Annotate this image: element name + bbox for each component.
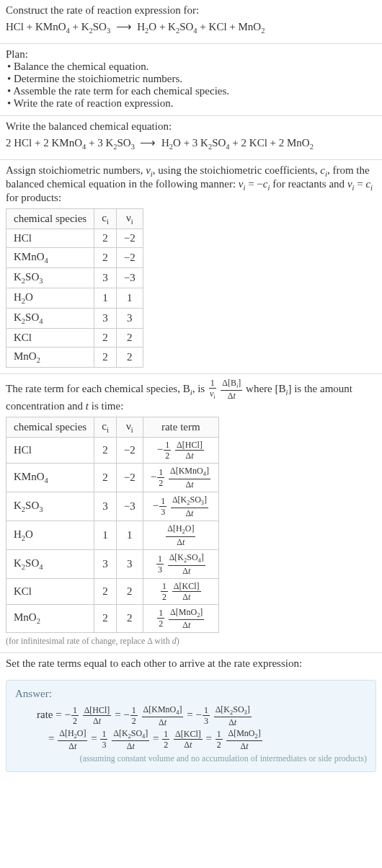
nu-cell: −2 xyxy=(116,247,143,267)
title-section: Construct the rate of reaction expressio… xyxy=(0,0,382,44)
assign-heading: Assign stoichiometric numbers, νi, using… xyxy=(6,164,376,204)
nu-cell: −3 xyxy=(116,267,143,288)
plan-bullet-text: Assemble the rate term for each chemical… xyxy=(13,85,229,97)
species-cell: HCl xyxy=(6,229,94,247)
c-cell: 2 xyxy=(94,464,117,492)
plan-bullet: • Determine the stoichiometric numbers. xyxy=(6,73,376,85)
c-cell: 2 xyxy=(94,578,117,604)
table-row: KCl2212 Δ[KCl]Δt xyxy=(6,578,219,604)
c-cell: 3 xyxy=(94,549,117,578)
species-cell: KCl xyxy=(6,328,94,347)
table-row: K2SO43313 Δ[K2SO4]Δt xyxy=(6,549,219,578)
balanced-equation: 2 HCl + 2 KMnO4 + 3 K2SO3 ⟶ H2O + 3 K2SO… xyxy=(6,134,376,154)
species-cell: H2O xyxy=(6,288,94,308)
table-row: H2O11 xyxy=(6,288,143,308)
rate-cell: −12 Δ[HCl]Δt xyxy=(143,438,218,464)
table-row: K2SO33−3 xyxy=(6,267,143,288)
species-cell: K2SO4 xyxy=(6,308,94,328)
final-heading: Set the rate terms equal to each other t… xyxy=(6,657,376,670)
rate-cell: Δ[H2O]Δt xyxy=(143,521,218,549)
nu-cell: 2 xyxy=(116,604,143,633)
c-cell: 3 xyxy=(94,492,117,521)
balanced-section: Write the balanced chemical equation: 2 … xyxy=(0,116,382,160)
species-cell: K2SO3 xyxy=(6,492,94,521)
c-cell: 2 xyxy=(94,604,117,633)
plan-bullet: • Balance the chemical equation. xyxy=(6,61,376,73)
answer-box: Answer: rate = −12 Δ[HCl]Δt = −12 Δ[KMnO… xyxy=(6,680,376,772)
c-cell: 2 xyxy=(94,438,117,464)
plan-section: Plan: • Balance the chemical equation. •… xyxy=(0,44,382,116)
page-title: Construct the rate of reaction expressio… xyxy=(6,4,376,17)
rate-expression-line2: = Δ[H2O]Δt = 13 Δ[K2SO4]Δt = 12 Δ[KCl]Δt… xyxy=(15,727,367,750)
table-header: νi xyxy=(116,417,143,438)
species-cell: KMnO4 xyxy=(6,247,94,267)
table-header-row: chemical species ci νi rate term xyxy=(6,417,219,438)
final-section: Set the rate terms equal to each other t… xyxy=(0,653,382,676)
assign-section: Assign stoichiometric numbers, νi, using… xyxy=(0,160,382,374)
species-cell: MnO2 xyxy=(6,604,94,633)
rateterm-section: The rate term for each chemical species,… xyxy=(0,374,382,654)
unbalanced-equation: HCl + KMnO4 + K2SO3 ⟶ H2O + K2SO4 + KCl … xyxy=(6,18,376,37)
c-cell: 1 xyxy=(94,288,117,308)
rate-cell: −12 Δ[KMnO4]Δt xyxy=(143,464,218,492)
species-cell: HCl xyxy=(6,438,94,464)
table-header: νi xyxy=(116,208,143,229)
table-row: HCl2−2−12 Δ[HCl]Δt xyxy=(6,438,219,464)
species-cell: H2O xyxy=(6,521,94,549)
table-row: HCl2−2 xyxy=(6,229,143,247)
stoich-table: chemical species ci νi HCl2−2KMnO42−2K2S… xyxy=(6,208,143,368)
table-header-row: chemical species ci νi xyxy=(6,208,143,229)
nu-cell: −3 xyxy=(116,492,143,521)
c-cell: 2 xyxy=(94,229,117,247)
species-cell: KCl xyxy=(6,578,94,604)
plan-bullet-text: Write the rate of reaction expression. xyxy=(14,97,174,109)
table-row: K2SO433 xyxy=(6,308,143,328)
rateterm-intro: The rate term for each chemical species,… xyxy=(6,378,376,413)
balanced-heading: Write the balanced chemical equation: xyxy=(6,120,376,133)
table-header: rate term xyxy=(143,417,218,438)
plan-bullet-text: Determine the stoichiometric numbers. xyxy=(14,73,182,84)
nu-cell: 2 xyxy=(116,578,143,604)
nu-cell: 3 xyxy=(116,549,143,578)
nu-cell: −2 xyxy=(116,464,143,492)
table-row: KMnO42−2−12 Δ[KMnO4]Δt xyxy=(6,464,219,492)
c-cell: 2 xyxy=(94,247,117,267)
nu-cell: 3 xyxy=(116,308,143,328)
c-cell: 2 xyxy=(94,328,117,347)
table-row: MnO22212 Δ[MnO2]Δt xyxy=(6,604,219,633)
plan-heading: Plan: xyxy=(6,48,376,61)
nu-cell: 1 xyxy=(116,288,143,308)
table-row: KCl22 xyxy=(6,328,143,347)
c-cell: 3 xyxy=(94,267,117,288)
rate-expression-line1: rate = −12 Δ[HCl]Δt = −12 Δ[KMnO4]Δt = −… xyxy=(15,703,367,727)
assumption-note: (assuming constant volume and no accumul… xyxy=(15,753,367,764)
plan-bullet: • Assemble the rate term for each chemic… xyxy=(6,85,376,97)
answer-label: Answer: xyxy=(15,688,367,700)
plan-bullet: • Write the rate of reaction expression. xyxy=(6,97,376,110)
c-cell: 1 xyxy=(94,521,117,549)
table-header: chemical species xyxy=(6,417,94,438)
species-cell: K2SO3 xyxy=(6,267,94,288)
nu-cell: 1 xyxy=(116,521,143,549)
species-cell: MnO2 xyxy=(6,347,94,367)
table-header: ci xyxy=(94,208,117,229)
nu-cell: −2 xyxy=(116,229,143,247)
species-cell: K2SO4 xyxy=(6,549,94,578)
rate-cell: −13 Δ[K2SO3]Δt xyxy=(143,492,218,521)
species-cell: KMnO4 xyxy=(6,464,94,492)
table-header: ci xyxy=(94,417,117,438)
plan-bullet-text: Balance the chemical equation. xyxy=(14,61,148,72)
nu-cell: 2 xyxy=(116,328,143,347)
table-row: H2O11Δ[H2O]Δt xyxy=(6,521,219,549)
c-cell: 2 xyxy=(94,347,117,367)
rateterm-table: chemical species ci νi rate term HCl2−2−… xyxy=(6,417,219,633)
table-row: MnO222 xyxy=(6,347,143,367)
table-header: chemical species xyxy=(6,208,94,229)
rate-cell: 12 Δ[MnO2]Δt xyxy=(143,604,218,633)
rate-cell: 12 Δ[KCl]Δt xyxy=(143,578,218,604)
nu-cell: −2 xyxy=(116,438,143,464)
rate-cell: 13 Δ[K2SO4]Δt xyxy=(143,549,218,578)
table-row: K2SO33−3−13 Δ[K2SO3]Δt xyxy=(6,492,219,521)
footnote: (for infinitesimal rate of change, repla… xyxy=(6,636,376,647)
c-cell: 3 xyxy=(94,308,117,328)
